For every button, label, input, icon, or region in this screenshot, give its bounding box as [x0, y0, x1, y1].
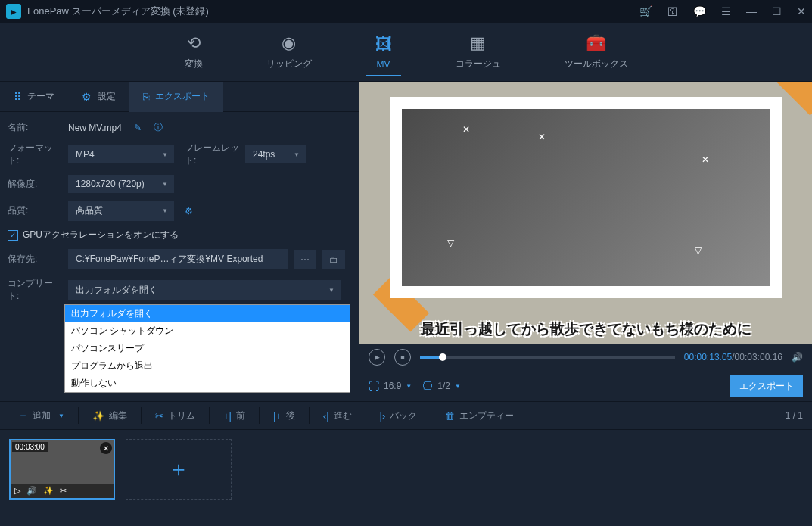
convert-icon: ⟲ [187, 33, 201, 53]
clip-volume-icon[interactable]: 🔊 [26, 486, 37, 496]
settings-icon: ⚙ [82, 91, 92, 103]
close-icon[interactable]: ✕ [797, 5, 806, 17]
play-button[interactable]: ▶ [369, 349, 385, 366]
sparkle-icon: ✕ [462, 124, 470, 135]
add-button[interactable]: ＋追加▼ [9, 405, 73, 426]
complete-dropdown-list: 出力フォルダを開く パソコン シャットダウン パソコンスリープ プログラムから退… [64, 304, 350, 393]
sparkle-icon: ▽ [695, 245, 702, 256]
saveto-label: 保存先: [8, 253, 62, 266]
scissors-icon: ✂ [155, 410, 163, 422]
framerate-select[interactable]: 24fps [245, 145, 306, 163]
video-preview: ✕ ✕ ✕ ▽ ▽ 最近引っ越してから散歩できてないもち様のために [359, 82, 812, 344]
seek-thumb[interactable] [439, 353, 446, 361]
complete-option-2[interactable]: パソコンスリープ [65, 340, 350, 357]
menu-icon[interactable]: ☰ [721, 5, 731, 17]
nav-collage[interactable]: ▦ コラージュ [446, 27, 510, 76]
saveto-path: C:¥FonePaw¥FoneP…ィア変換¥MV Exported [68, 249, 288, 269]
complete-label: コンプリート: [8, 277, 62, 303]
complete-select[interactable]: 出力フォルダを開く [68, 280, 341, 300]
theme-icon: ⠿ [14, 91, 21, 103]
tab-settings[interactable]: ⚙ 設定 [68, 82, 129, 112]
name-label: 名前: [8, 121, 62, 134]
wand-icon: ✨ [92, 410, 104, 422]
edit-button[interactable]: ✨編集 [83, 406, 136, 426]
clip-wand-icon[interactable]: ✨ [43, 486, 54, 496]
quality-settings-icon[interactable]: ⚙ [185, 206, 193, 216]
stop-button[interactable]: ■ [394, 349, 411, 366]
framerate-label: フレームレット: [185, 142, 239, 167]
saveto-more-button[interactable]: ⋯ [294, 250, 316, 269]
page-select[interactable]: 🖵 1/2 ▼ [422, 380, 461, 392]
screen-icon: 🖵 [422, 380, 433, 392]
back-button[interactable]: |›バック [371, 406, 427, 426]
aspect-icon: ⛶ [369, 380, 379, 392]
volume-icon[interactable]: 🔊 [792, 352, 803, 363]
remove-clip-icon[interactable]: ✕ [100, 442, 112, 454]
export-button-right[interactable]: エクスポート [730, 375, 803, 397]
name-value: New MV.mp4 [68, 123, 122, 133]
bar-chevron-right-icon: |› [380, 410, 386, 422]
seek-slider[interactable] [420, 356, 675, 359]
format-select[interactable]: MP4 [68, 145, 174, 163]
empty-button[interactable]: 🗑エンプティー [436, 406, 523, 426]
forward-button[interactable]: ‹|進む [314, 406, 361, 426]
nav-mv[interactable]: 🖾 MV [366, 29, 401, 76]
sparkle-icon: ✕ [538, 132, 546, 142]
playback-time: 00:00:13.05/00:03:00.16 [684, 352, 782, 363]
format-label: フォーマット: [8, 142, 62, 167]
video-caption: 最近引っ越してから散歩できてないもち様のために [359, 319, 812, 339]
quality-select[interactable]: 高品質 [68, 201, 174, 221]
resolution-select[interactable]: 1280x720 (720p) [68, 175, 174, 193]
timeline-clip[interactable]: 00:03:00 ✕ ▷ 🔊 ✨ ✂ [9, 439, 115, 500]
maximize-icon[interactable]: ☐ [772, 5, 782, 17]
gpu-checkbox[interactable]: ✓ [8, 230, 18, 241]
video-frame: ✕ ✕ ✕ ▽ ▽ [390, 97, 782, 298]
tab-theme[interactable]: ⠿ テーマ [0, 82, 68, 112]
cart-icon[interactable]: 🛒 [639, 5, 652, 17]
bar-plus-icon: |+ [273, 410, 282, 422]
complete-option-0[interactable]: 出力フォルダを開く [65, 305, 350, 322]
gpu-label: GPUアクセラレーションをオンにする [23, 229, 179, 241]
nav-toolbox[interactable]: 🧰 ツールボックス [555, 27, 637, 76]
clip-duration: 00:03:00 [12, 442, 48, 452]
clip-play-icon[interactable]: ▷ [14, 486, 20, 496]
plus-bar-icon: +| [223, 410, 232, 422]
saveto-folder-button[interactable]: 🗀 [322, 250, 345, 269]
edit-name-icon[interactable]: ✎ [134, 123, 142, 133]
add-clip-button[interactable]: ＋ [126, 439, 232, 500]
info-icon[interactable]: ⓘ [154, 121, 163, 134]
complete-option-4[interactable]: 動作しない [65, 375, 350, 392]
before-button[interactable]: +|前 [214, 406, 254, 426]
tab-export[interactable]: ⎘ エクスポート [129, 82, 223, 112]
chevron-down-icon: ▼ [406, 383, 412, 390]
collage-icon: ▦ [470, 33, 486, 53]
minimize-icon[interactable]: — [746, 5, 757, 17]
nav-convert[interactable]: ⟲ 変換 [176, 27, 212, 76]
sparkle-icon: ✕ [702, 154, 709, 165]
after-button[interactable]: |+後 [264, 406, 304, 426]
chevron-left-bar-icon: ‹| [323, 410, 329, 422]
clip-trim-icon[interactable]: ✂ [60, 486, 67, 496]
ripping-icon: ◉ [282, 33, 296, 53]
resolution-label: 解像度: [8, 178, 62, 191]
sparkle-icon: ▽ [447, 238, 454, 248]
app-title: FonePaw スーパーメディア変換 (未登録) [27, 5, 639, 18]
quality-label: 品質: [8, 204, 62, 217]
feedback-icon[interactable]: 💬 [693, 5, 706, 17]
export-icon: ⎘ [143, 91, 149, 103]
chevron-down-icon: ▼ [455, 383, 461, 390]
aspect-ratio-select[interactable]: ⛶ 16:9 ▼ [369, 380, 412, 392]
app-logo [6, 4, 21, 19]
mv-icon: 🖾 [375, 35, 392, 54]
trash-icon: 🗑 [445, 410, 455, 422]
toolbox-icon: 🧰 [586, 33, 606, 53]
nav-ripping[interactable]: ◉ リッピング [257, 27, 321, 76]
key-icon[interactable]: ⚿ [667, 5, 678, 17]
plus-icon: ＋ [18, 409, 28, 422]
complete-option-3[interactable]: プログラムから退出 [65, 357, 350, 375]
trim-button[interactable]: ✂トリム [146, 406, 204, 426]
pagination: 1 / 1 [786, 410, 803, 421]
complete-option-1[interactable]: パソコン シャットダウン [65, 322, 350, 340]
